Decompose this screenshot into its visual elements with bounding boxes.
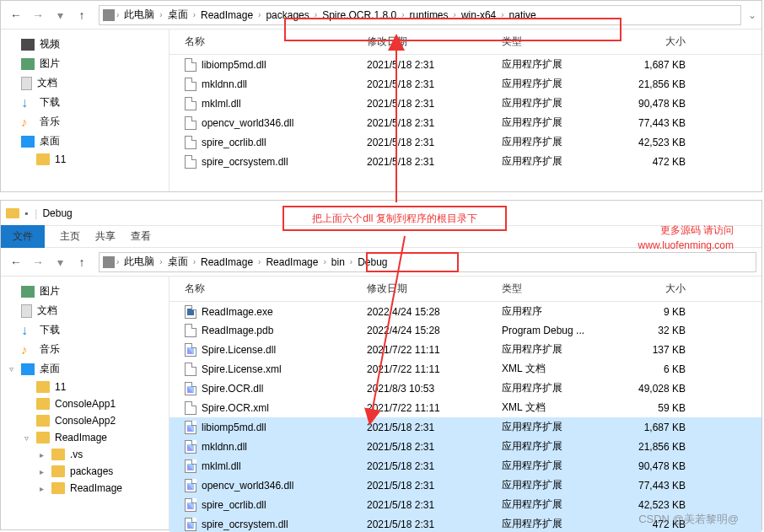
file-row[interactable]: mkldnn.dll2021/5/18 2:31应用程序扩展21,856 KB	[169, 74, 761, 94]
file-icon	[185, 459, 196, 473]
file-date: 2021/5/18 2:31	[367, 137, 502, 148]
breadcrumb-segment[interactable]: 桌面	[164, 6, 191, 24]
file-name: opencv_world346.dll	[202, 480, 293, 492]
breadcrumb-segment[interactable]: ReadImage	[197, 255, 256, 270]
tab-home[interactable]: 主页	[60, 229, 80, 244]
tree-item-label: 下载	[40, 323, 60, 337]
annotation-instruction-text: 把上面六个dll 复制到程序的根目录下	[312, 212, 476, 226]
file-row[interactable]: mkldnn.dll2021/5/18 2:31应用程序扩展21,856 KB	[169, 437, 761, 456]
file-size: 137 KB	[620, 344, 696, 356]
nav-tree[interactable]: 图片文档↓下载♪音乐▿桌面11ConsoleApp1ConsoleApp2▿Re…	[1, 277, 169, 529]
tree-item[interactable]: ConsoleApp2	[1, 412, 169, 429]
tab-file[interactable]: 文件	[1, 225, 45, 248]
file-row[interactable]: ReadImage.exe2022/4/24 15:28应用程序9 KB	[169, 302, 761, 321]
file-row[interactable]: Spire.License.dll2021/7/22 11:11应用程序扩展13…	[169, 340, 761, 359]
tree-item[interactable]: 文档	[1, 73, 169, 93]
tab-share[interactable]: 共享	[95, 229, 116, 244]
breadcrumb-segment[interactable]: ReadImage	[262, 255, 321, 270]
col-size[interactable]: 大小	[620, 35, 696, 49]
tree-item[interactable]: ConsoleApp1	[1, 395, 169, 412]
breadcrumb-segment[interactable]: ReadImage	[197, 8, 256, 23]
breadcrumb-segment[interactable]: 此电脑	[121, 6, 158, 24]
col-date[interactable]: 修改日期	[367, 282, 502, 296]
tree-item[interactable]: ▸packages	[1, 463, 169, 480]
file-row[interactable]: libiomp5md.dll2021/5/18 2:31应用程序扩展1,687 …	[169, 417, 761, 437]
tree-item[interactable]: 文档	[1, 301, 169, 320]
chevron-right-icon: ›	[159, 10, 162, 19]
tree-item-label: 桌面	[40, 362, 60, 376]
breadcrumb-segment[interactable]: 此电脑	[121, 253, 158, 271]
tree-item[interactable]: ♪音乐	[1, 340, 169, 359]
file-size: 42,523 KB	[620, 499, 696, 511]
file-date: 2022/4/24 15:28	[367, 306, 502, 318]
nav-buttons: ← → ▾ ↑	[6, 5, 92, 25]
file-row[interactable]: libiomp5md.dll2021/5/18 2:31应用程序扩展1,687 …	[169, 55, 761, 74]
tree-item[interactable]: 11	[1, 379, 169, 395]
file-size: 77,443 KB	[620, 117, 696, 129]
file-name: Spire.OCR.dll	[202, 383, 263, 395]
tree-item[interactable]: 视频	[1, 35, 169, 54]
file-row[interactable]: spire_ocrsystem.dll2021/5/18 2:31应用程序扩展4…	[169, 152, 761, 171]
folder-icon	[36, 398, 50, 410]
file-name: libiomp5md.dll	[202, 422, 266, 433]
back-button[interactable]: ←	[6, 5, 26, 25]
file-name: spire_ocrsystem.dll	[202, 156, 288, 168]
file-size: 21,856 KB	[620, 441, 696, 453]
tree-item-label: 视频	[40, 37, 60, 51]
forward-button[interactable]: →	[28, 252, 48, 272]
up-button[interactable]: ↑	[72, 252, 92, 272]
nav-tree[interactable]: 视频图片文档↓下载♪音乐桌面11	[1, 30, 169, 191]
tree-item[interactable]: ↓下载	[1, 93, 169, 112]
expand-icon[interactable]: ▿	[6, 364, 16, 373]
expand-icon[interactable]: ▸	[36, 467, 46, 476]
file-row[interactable]: ReadImage.pdb2022/4/24 15:28Program Debu…	[169, 321, 761, 340]
file-name: mkldnn.dll	[202, 441, 247, 453]
tree-item[interactable]: 11	[1, 151, 169, 168]
file-icon	[185, 78, 196, 91]
tree-item-label: 音乐	[40, 115, 60, 129]
tab-view[interactable]: 查看	[131, 229, 151, 244]
tree-item[interactable]: ♪音乐	[1, 112, 169, 132]
address-dropdown-icon[interactable]: ⌄	[748, 9, 756, 21]
tree-item[interactable]: ↓下载	[1, 320, 169, 340]
tree-item[interactable]: ▸ReadImage	[1, 480, 169, 497]
file-row[interactable]: Spire.OCR.xml2021/7/22 11:11XML 文档59 KB	[169, 398, 761, 417]
expand-icon[interactable]: ▸	[36, 450, 46, 459]
tree-item[interactable]: ▿ReadImage	[1, 429, 169, 446]
file-icon	[185, 305, 196, 319]
recent-button[interactable]: ▾	[50, 252, 70, 272]
tree-item[interactable]: ▸.vs	[1, 446, 169, 463]
quick-access-icon[interactable]: ▪	[24, 207, 28, 219]
promo-line1: 更多源码 请访问	[638, 223, 734, 238]
breadcrumb-segment[interactable]: bin	[328, 255, 348, 270]
chevron-right-icon: ›	[116, 10, 119, 19]
col-type[interactable]: 类型	[502, 282, 620, 296]
tree-item[interactable]: 图片	[1, 282, 169, 301]
file-size: 90,478 KB	[620, 460, 696, 472]
file-row[interactable]: opencv_world346.dll2021/5/18 2:31应用程序扩展7…	[169, 113, 761, 132]
expand-icon[interactable]: ▿	[21, 433, 31, 443]
file-row[interactable]: opencv_world346.dll2021/5/18 2:31应用程序扩展7…	[169, 476, 761, 495]
file-size: 21,856 KB	[620, 78, 696, 90]
file-size: 1,687 KB	[620, 59, 696, 71]
back-button[interactable]: ←	[6, 252, 26, 272]
recent-button[interactable]: ▾	[50, 5, 70, 25]
file-row[interactable]: mklml.dll2021/5/18 2:31应用程序扩展90,478 KB	[169, 94, 761, 113]
file-date: 2021/5/18 2:31	[367, 98, 502, 110]
column-headers[interactable]: 名称 修改日期 类型 大小	[169, 277, 761, 302]
tree-item[interactable]: ▿桌面	[1, 359, 169, 379]
forward-button[interactable]: →	[28, 5, 48, 25]
watermark: CSDN @美若黎明@	[638, 512, 739, 527]
file-row[interactable]: Spire.OCR.dll2021/8/3 10:53应用程序扩展49,028 …	[169, 379, 761, 398]
tree-item[interactable]: 桌面	[1, 132, 169, 151]
col-size[interactable]: 大小	[620, 282, 696, 296]
tree-item[interactable]: 图片	[1, 54, 169, 73]
file-row[interactable]: Spire.License.xml2021/7/22 11:11XML 文档6 …	[169, 359, 761, 379]
col-name[interactable]: 名称	[173, 282, 367, 296]
file-row[interactable]: spire_ocrlib.dll2021/5/18 2:31应用程序扩展42,5…	[169, 132, 761, 152]
breadcrumb-segment[interactable]: 桌面	[164, 253, 191, 271]
expand-icon[interactable]: ▸	[36, 484, 46, 493]
up-button[interactable]: ↑	[72, 5, 92, 25]
pic-icon	[21, 58, 35, 70]
file-row[interactable]: mklml.dll2021/5/18 2:31应用程序扩展90,478 KB	[169, 456, 761, 476]
